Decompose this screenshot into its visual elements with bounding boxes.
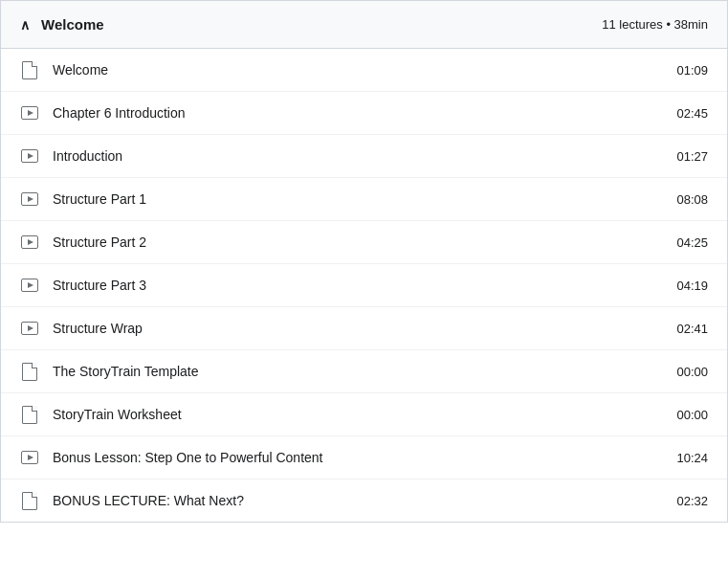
lecture-duration: 04:25 — [676, 235, 708, 250]
lecture-item[interactable]: StoryTrain Worksheet00:00 — [1, 393, 727, 436]
lecture-title: Bonus Lesson: Step One to Powerful Conte… — [53, 450, 323, 465]
video-icon — [21, 192, 38, 206]
lecture-duration: 01:27 — [676, 149, 708, 164]
video-icon — [21, 322, 38, 335]
lecture-title: Welcome — [53, 62, 108, 78]
document-icon — [22, 61, 37, 79]
lecture-item[interactable]: The StoryTrain Template00:00 — [1, 350, 727, 393]
lecture-title: Introduction — [53, 148, 122, 164]
lecture-left: StoryTrain Worksheet — [20, 405, 182, 424]
video-icon — [21, 279, 38, 292]
lecture-title: Structure Part 1 — [53, 191, 146, 207]
document-icon — [22, 363, 37, 381]
lecture-list: Welcome01:09Chapter 6 Introduction02:45I… — [1, 49, 727, 522]
section-container: ∧ Welcome 11 lectures • 38min Welcome01:… — [0, 0, 728, 523]
video-icon — [21, 149, 38, 163]
lecture-left: Bonus Lesson: Step One to Powerful Conte… — [20, 448, 323, 467]
lecture-item[interactable]: Bonus Lesson: Step One to Powerful Conte… — [1, 436, 727, 480]
lecture-duration: 04:19 — [676, 279, 708, 293]
lecture-left: Structure Part 3 — [20, 276, 146, 295]
lecture-left: BONUS LECTURE: What Next? — [20, 491, 244, 510]
document-icon — [22, 492, 37, 510]
lecture-title: Structure Wrap — [53, 321, 143, 336]
lecture-left: Structure Part 1 — [20, 190, 146, 209]
video-icon — [21, 235, 38, 249]
lecture-title: Structure Part 2 — [53, 234, 146, 250]
lecture-title: Structure Part 3 — [53, 278, 146, 293]
lecture-title: BONUS LECTURE: What Next? — [53, 493, 244, 508]
lecture-left: Structure Wrap — [20, 319, 143, 338]
lecture-title: Chapter 6 Introduction — [53, 105, 186, 121]
lecture-duration: 00:00 — [676, 365, 708, 379]
lecture-left: Introduction — [20, 146, 122, 166]
lecture-duration: 02:32 — [676, 494, 708, 508]
lecture-item[interactable]: Structure Part 108:08 — [1, 178, 727, 221]
lecture-item[interactable]: Introduction01:27 — [1, 135, 727, 178]
lecture-title: StoryTrain Worksheet — [53, 407, 182, 422]
lecture-item[interactable]: Structure Part 204:25 — [1, 221, 727, 264]
chevron-up-icon: ∧ — [20, 17, 30, 33]
lecture-item[interactable]: Chapter 6 Introduction02:45 — [1, 92, 727, 135]
section-header[interactable]: ∧ Welcome 11 lectures • 38min — [1, 1, 727, 49]
lecture-item[interactable]: Welcome01:09 — [1, 49, 727, 92]
lecture-duration: 01:09 — [676, 63, 708, 78]
lecture-title: The StoryTrain Template — [53, 364, 199, 379]
lecture-item[interactable]: BONUS LECTURE: What Next?02:32 — [1, 480, 727, 522]
lecture-duration: 02:45 — [676, 106, 708, 121]
section-header-left: ∧ Welcome — [20, 16, 104, 33]
lecture-left: The StoryTrain Template — [20, 362, 199, 381]
section-title: Welcome — [41, 16, 104, 33]
lecture-duration: 00:00 — [676, 408, 708, 422]
video-icon — [21, 106, 38, 120]
video-icon — [21, 451, 38, 464]
lecture-item[interactable]: Structure Wrap02:41 — [1, 307, 727, 350]
lecture-item[interactable]: Structure Part 304:19 — [1, 264, 727, 307]
lecture-duration: 10:24 — [676, 451, 708, 465]
document-icon — [22, 406, 37, 424]
lecture-left: Structure Part 2 — [20, 233, 146, 252]
lecture-duration: 08:08 — [676, 192, 708, 207]
lecture-left: Chapter 6 Introduction — [20, 103, 186, 123]
lecture-left: Welcome — [20, 60, 108, 79]
section-meta: 11 lectures • 38min — [602, 17, 708, 32]
lecture-duration: 02:41 — [676, 322, 708, 336]
